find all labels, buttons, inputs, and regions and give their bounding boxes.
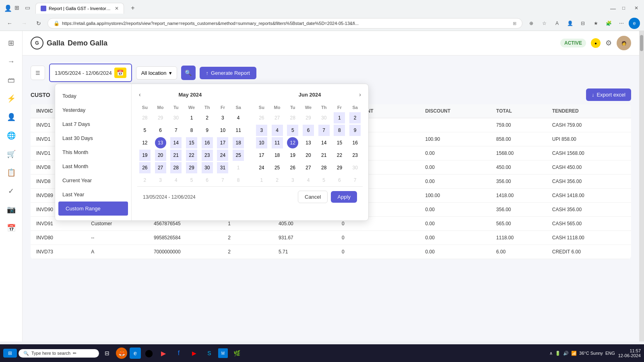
- clock[interactable]: 11:57 12-06-2024: [618, 348, 641, 358]
- new-tab-btn[interactable]: +: [127, 2, 138, 14]
- profile-icon[interactable]: 👤: [564, 18, 576, 29]
- jun-day[interactable]: 3: [287, 175, 298, 186]
- jun-day[interactable]: 6: [303, 125, 314, 136]
- may-day[interactable]: 29: [155, 112, 166, 123]
- sidebar-item-list[interactable]: 📋: [3, 165, 19, 181]
- quick-current-year[interactable]: Current Year: [55, 173, 131, 187]
- quick-last30[interactable]: Last 30 Days: [55, 131, 131, 145]
- may-day[interactable]: 30: [170, 112, 182, 123]
- jun-day[interactable]: 26: [287, 162, 298, 173]
- may-day[interactable]: 30: [202, 162, 213, 173]
- jun-day[interactable]: 2: [349, 112, 361, 123]
- more-options-icon[interactable]: ⋯: [616, 18, 627, 29]
- may-day[interactable]: 18: [233, 137, 244, 148]
- may-day[interactable]: 6: [202, 175, 213, 186]
- taskbar-chrome-icon[interactable]: ⬤: [143, 348, 155, 359]
- may-day[interactable]: 9: [202, 125, 213, 136]
- may-day[interactable]: 28: [170, 162, 182, 173]
- generate-report-btn[interactable]: ↑ Generate Report: [200, 67, 256, 79]
- date-range-input[interactable]: 13/05/2024 - 12/06/2024 📅: [49, 64, 132, 82]
- jun-day[interactable]: 8: [334, 125, 345, 136]
- may-day[interactable]: 26: [139, 162, 151, 173]
- sidebar-item-apps[interactable]: ⊞: [3, 35, 19, 51]
- translate-icon[interactable]: A: [551, 18, 563, 29]
- jun-day[interactable]: 16: [349, 137, 361, 148]
- sidebar-item-cart[interactable]: 🛒: [3, 146, 19, 162]
- jun-day[interactable]: 4: [272, 125, 283, 136]
- extensions-icon[interactable]: ⊕: [526, 18, 537, 29]
- taskbar-icon6[interactable]: ▶: [188, 347, 200, 360]
- favorites-icon[interactable]: ☆: [539, 18, 550, 29]
- jun-day[interactable]: 2: [272, 175, 283, 186]
- may-day[interactable]: 2: [139, 175, 151, 186]
- jun-day[interactable]: 30: [349, 162, 361, 173]
- close-btn[interactable]: ✕: [634, 5, 640, 11]
- may-day[interactable]: 10: [217, 125, 228, 136]
- calendar-btn[interactable]: 📅: [114, 68, 126, 78]
- jun-day[interactable]: 29: [303, 112, 314, 123]
- sidebar-item-user[interactable]: 👤: [3, 109, 19, 125]
- taskbar-edge-icon[interactable]: e: [130, 348, 141, 359]
- reload-btn[interactable]: ↻: [33, 18, 44, 29]
- may-day[interactable]: 24: [217, 150, 228, 161]
- may-day[interactable]: 5: [186, 175, 197, 186]
- minimize-btn[interactable]: —: [610, 5, 616, 11]
- cancel-btn[interactable]: Cancel: [298, 191, 328, 203]
- jun-day[interactable]: 4: [303, 175, 314, 186]
- jun-day[interactable]: 18: [272, 150, 283, 161]
- may-day[interactable]: 5: [139, 125, 151, 136]
- jun-day[interactable]: 30: [318, 112, 330, 123]
- may-day[interactable]: 23: [202, 150, 213, 161]
- jun-day[interactable]: 3: [256, 125, 267, 136]
- may-day[interactable]: 14: [170, 137, 182, 148]
- tray-network-icon[interactable]: 📶: [571, 351, 577, 356]
- may-day[interactable]: 3: [155, 175, 166, 186]
- taskbar-icon5[interactable]: f: [172, 347, 185, 360]
- jun-day[interactable]: 6: [334, 175, 345, 186]
- jun-day[interactable]: 9: [349, 125, 361, 136]
- taskbar-multitasking-icon[interactable]: ⊟: [101, 347, 114, 360]
- jun-day[interactable]: 17: [256, 150, 267, 161]
- jun-day[interactable]: 21: [318, 150, 330, 161]
- jun-day[interactable]: 22: [334, 150, 345, 161]
- maximize-btn[interactable]: □: [622, 5, 628, 11]
- may-day[interactable]: 6: [155, 125, 166, 136]
- taskbar-icon4[interactable]: ▶: [157, 347, 170, 360]
- may-day[interactable]: 11: [233, 125, 244, 136]
- quick-last7[interactable]: Last 7 Days: [55, 117, 131, 131]
- browser-tab[interactable]: Report | Galla GST - Inventory Sc... ✕: [35, 3, 124, 14]
- jun-day[interactable]: 1: [256, 175, 267, 186]
- quick-last-month[interactable]: Last Month: [55, 159, 131, 173]
- may-day[interactable]: 22: [186, 150, 197, 161]
- sidebar-item-zap[interactable]: ⚡: [3, 90, 19, 107]
- split-icon[interactable]: ⊟: [577, 18, 588, 29]
- jun-day[interactable]: 27: [303, 162, 314, 173]
- address-bar[interactable]: 🔒 https://retail.galla.app/mystorev2/rep…: [47, 18, 522, 29]
- may-day[interactable]: 19: [139, 150, 151, 161]
- taskbar-icon9[interactable]: 🌿: [230, 347, 243, 360]
- may-day[interactable]: 3: [217, 112, 228, 123]
- may-day[interactable]: 1: [186, 112, 197, 123]
- jun-day[interactable]: 15: [334, 137, 345, 148]
- scroll-thumb[interactable]: [640, 35, 643, 51]
- may-day[interactable]: 8: [186, 125, 197, 136]
- jun-day-12-selected[interactable]: 12: [287, 137, 298, 148]
- may-day[interactable]: 7: [170, 125, 182, 136]
- jun-day[interactable]: 28: [287, 112, 298, 123]
- jun-day[interactable]: 19: [287, 150, 298, 161]
- may-day[interactable]: 17: [217, 137, 228, 148]
- sidebar-item-calendar[interactable]: 📅: [3, 220, 19, 236]
- sidebar-item-store[interactable]: 🗃: [3, 72, 19, 88]
- taskbar-icon8[interactable]: M: [218, 348, 228, 358]
- jun-day[interactable]: 23: [349, 150, 361, 161]
- may-day[interactable]: 28: [139, 112, 151, 123]
- jun-day[interactable]: 7: [349, 175, 361, 186]
- may-day[interactable]: 21: [170, 150, 182, 161]
- quick-today[interactable]: Today: [55, 89, 131, 103]
- jun-day[interactable]: 5: [287, 125, 298, 136]
- back-btn[interactable]: ←: [4, 18, 15, 29]
- jun-day[interactable]: 7: [318, 125, 330, 136]
- sidebar-item-camera[interactable]: 📷: [3, 202, 19, 218]
- forward-btn[interactable]: →: [19, 18, 30, 29]
- quick-yesterday[interactable]: Yesterday: [55, 103, 131, 117]
